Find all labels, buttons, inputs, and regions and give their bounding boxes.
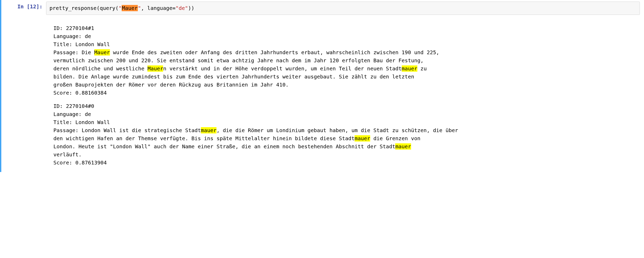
result-passage: Passage: Die Mauer wurde Ende des zweite… (53, 48, 640, 89)
cell-body: pretty_response(query("Mauer", language=… (46, 0, 644, 172)
passage-text: London Wall ist die strategische Stadt (82, 127, 201, 133)
result-field: Score: 0.88160384 (53, 89, 640, 97)
highlighted-term: Mauer (94, 49, 110, 56)
open-paren-2: ( (115, 5, 119, 11)
result-block: ID: 2270104#0Language: deTitle: London W… (53, 102, 640, 167)
result-field: Language: de (53, 32, 640, 40)
lang-value: de (179, 5, 185, 11)
execution-prompt: In [12]: (17, 3, 42, 10)
highlighted-term: Mauer (147, 65, 163, 72)
code-line: pretty_response(query("Mauer", language=… (49, 5, 194, 11)
passage-text: verläuft. (53, 151, 82, 158)
result-field: Score: 0.87613904 (53, 159, 640, 167)
close-paren-1: ) (191, 5, 194, 11)
quote-close-1: " (138, 5, 141, 11)
notebook-cell: In [12]: pretty_response(query("Mauer", … (0, 0, 644, 172)
result-field: Title: London Wall (53, 40, 640, 48)
quote-open-1: " (119, 5, 122, 11)
highlighted-term: mauer (355, 135, 370, 142)
func-query: query (100, 5, 115, 11)
search-term-highlight: Mauer (122, 5, 138, 11)
arg-comma: , (141, 5, 147, 11)
passage-label: Passage: (53, 49, 82, 56)
highlighted-term: mauer (395, 143, 411, 150)
code-input-area[interactable]: pretty_response(query("Mauer", language=… (46, 2, 640, 15)
result-field: Title: London Wall (53, 118, 640, 126)
highlighted-term: mauer (201, 127, 216, 133)
quote-open-2: " (176, 5, 179, 11)
passage-label: Passage: (53, 127, 82, 133)
result-field: ID: 2270104#1 (53, 24, 640, 32)
kwarg-language: language (147, 5, 172, 11)
prompt-column: In [12]: (1, 0, 46, 172)
output-area: ID: 2270104#1Language: deTitle: London W… (46, 16, 640, 172)
passage-text: Die (82, 49, 94, 56)
equals-sign: = (172, 5, 176, 11)
passage-text: n verstärkt und in der Höhe verdoppelt w… (163, 65, 401, 72)
highlighted-term: mauer (402, 65, 417, 72)
func-pretty-response: pretty_response (49, 5, 97, 11)
close-paren-2: ) (188, 5, 191, 11)
result-field: ID: 2270104#0 (53, 102, 640, 110)
quote-close-2: " (185, 5, 188, 11)
result-block: ID: 2270104#1Language: deTitle: London W… (53, 24, 640, 97)
result-passage: Passage: London Wall ist die strategisch… (53, 126, 640, 159)
open-paren-1: ( (97, 5, 100, 11)
result-field: Language: de (53, 110, 640, 118)
